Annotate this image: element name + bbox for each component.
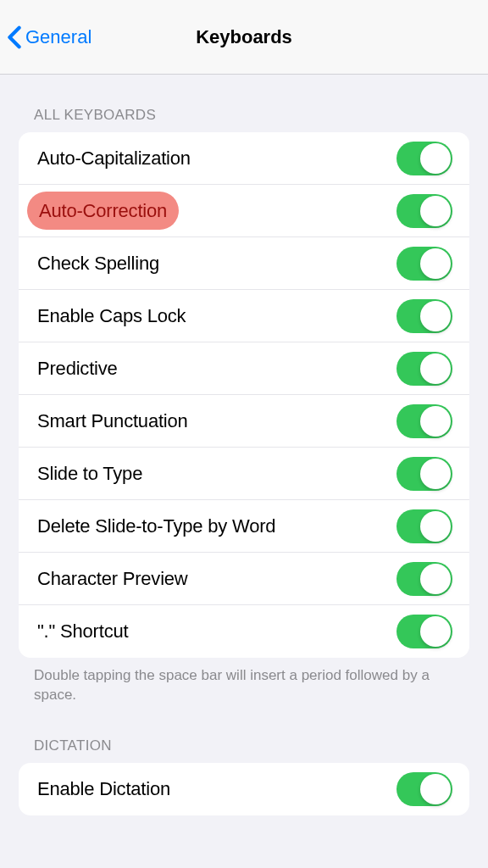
section-header-dictation: DICTATION [0, 705, 488, 763]
toggle-knob [420, 248, 451, 279]
toggle-knob [420, 616, 451, 647]
navigation-bar: General Keyboards [0, 0, 488, 75]
toggle-slide-to-type[interactable] [396, 457, 452, 491]
toggle-smart-punctuation[interactable] [396, 404, 452, 438]
row-label-highlighted: Auto-Correction [39, 200, 167, 222]
section-footer-all-keyboards: Double tapping the space bar will insert… [0, 658, 488, 705]
toggle-knob [420, 459, 451, 489]
toggle-knob [420, 774, 451, 804]
toggle-enable-caps-lock[interactable] [396, 299, 452, 333]
row-label: Delete Slide-to-Type by Word [37, 515, 275, 537]
toggle-knob [420, 564, 451, 594]
row-label: Slide to Type [37, 463, 142, 485]
row-auto-correction: Auto-Correction Auto-Correction [19, 185, 469, 237]
highlight-pill: Auto-Correction [27, 192, 179, 230]
toggle-delete-slide-to-type[interactable] [396, 509, 452, 543]
row-smart-punctuation: Smart Punctuation [19, 395, 469, 448]
back-label: General [25, 26, 92, 48]
group-all-keyboards: Auto-Capitalization Auto-Correction Auto… [19, 132, 469, 658]
toggle-knob [420, 353, 451, 384]
row-check-spelling: Check Spelling [19, 237, 469, 290]
row-auto-capitalization: Auto-Capitalization [19, 132, 469, 185]
toggle-auto-correction[interactable] [396, 194, 452, 228]
row-enable-caps-lock: Enable Caps Lock [19, 290, 469, 342]
row-label: Auto-Capitalization [37, 147, 191, 170]
row-slide-to-type: Slide to Type [19, 448, 469, 500]
row-label: Smart Punctuation [37, 410, 188, 432]
toggle-period-shortcut[interactable] [396, 615, 452, 648]
row-label: Predictive [37, 358, 118, 380]
row-label: "." Shortcut [37, 620, 128, 643]
row-label: Check Spelling [37, 253, 159, 275]
row-label: Enable Dictation [37, 778, 170, 800]
toggle-enable-dictation[interactable] [396, 772, 452, 806]
content-area: ALL KEYBOARDS Auto-Capitalization Auto-C… [0, 75, 488, 815]
toggle-knob [420, 511, 451, 542]
row-delete-slide-to-type: Delete Slide-to-Type by Word [19, 500, 469, 553]
toggle-auto-capitalization[interactable] [396, 142, 452, 175]
row-character-preview: Character Preview [19, 553, 469, 605]
toggle-character-preview[interactable] [396, 562, 452, 596]
row-period-shortcut: "." Shortcut [19, 605, 469, 658]
row-label: Character Preview [37, 568, 188, 590]
section-header-all-keyboards: ALL KEYBOARDS [0, 75, 488, 132]
row-enable-dictation: Enable Dictation [19, 763, 469, 815]
row-predictive: Predictive [19, 342, 469, 395]
group-dictation: Enable Dictation [19, 763, 469, 815]
toggle-check-spelling[interactable] [396, 247, 452, 281]
toggle-knob [420, 143, 451, 174]
toggle-knob [420, 196, 451, 226]
toggle-predictive[interactable] [396, 352, 452, 386]
toggle-knob [420, 301, 451, 331]
back-button[interactable]: General [7, 25, 92, 49]
row-label: Enable Caps Lock [37, 305, 186, 327]
toggle-knob [420, 406, 451, 437]
chevron-left-icon [7, 25, 22, 49]
